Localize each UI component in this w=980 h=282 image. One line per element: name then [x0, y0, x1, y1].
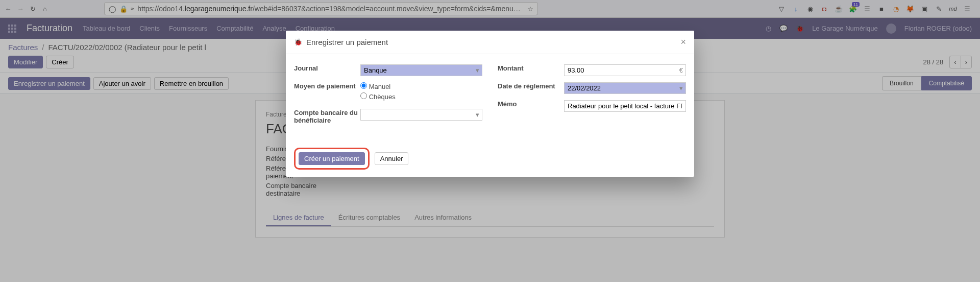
modal-overlay: 🐞 Enregistrer un paiement × Journal ▾ Mo… — [0, 0, 980, 238]
chevron-down-icon-2[interactable]: ▾ — [476, 111, 479, 119]
close-icon[interactable]: × — [680, 37, 686, 48]
cancel-button[interactable]: Annuler — [375, 152, 409, 165]
highlight-annotation: Créer un paiement — [294, 148, 370, 170]
payment-modal: 🐞 Enregistrer un paiement × Journal ▾ Mo… — [286, 31, 694, 177]
label-modal-memo: Mémo — [498, 100, 564, 108]
memo-input[interactable] — [564, 100, 686, 112]
modal-title: Enregistrer un paiement — [306, 38, 388, 46]
journal-select[interactable] — [360, 64, 482, 76]
chevron-down-icon[interactable]: ▾ — [476, 66, 479, 74]
chevron-down-icon-3[interactable]: ▾ — [679, 84, 683, 92]
amount-input[interactable] — [564, 64, 686, 76]
create-payment-button[interactable]: Créer un paiement — [299, 152, 365, 165]
label-modal-date: Date de règlement — [498, 82, 564, 90]
date-input[interactable] — [564, 82, 686, 94]
bank-select[interactable] — [360, 109, 482, 121]
currency-symbol: € — [679, 66, 683, 74]
label-modal-amount: Montant — [498, 64, 564, 72]
bug-icon: 🐞 — [294, 38, 302, 46]
label-modal-journal: Journal — [294, 64, 360, 72]
radio-manual[interactable]: Manuel — [360, 82, 482, 90]
label-modal-method: Moyen de paiement — [294, 82, 360, 90]
label-modal-bank: Compte bancaire du bénéficiaire — [294, 109, 360, 124]
radio-check[interactable]: Chèques — [360, 92, 482, 101]
